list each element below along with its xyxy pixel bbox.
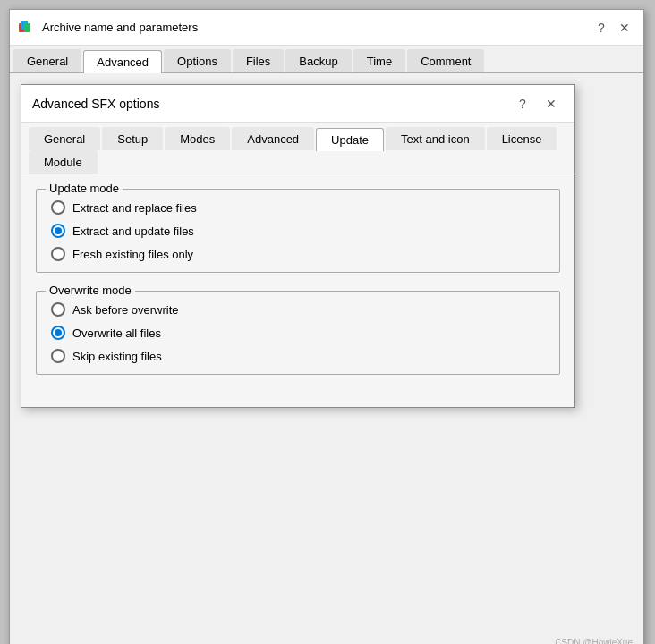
radio-circle-fresh-existing: [51, 247, 65, 261]
radio-ask-overwrite[interactable]: Ask before overwrite: [51, 302, 545, 317]
inner-tab-modes[interactable]: Modes: [165, 127, 230, 150]
update-mode-group: Update mode Extract and replace files Ex…: [36, 189, 560, 273]
outer-window: Archive name and parameters ? ✕ General …: [9, 9, 644, 644]
inner-tab-setup[interactable]: Setup: [102, 127, 163, 150]
inner-close-button[interactable]: ✕: [539, 91, 564, 116]
outer-tab-advanced[interactable]: Advanced: [83, 50, 162, 73]
radio-label-overwrite-all: Overwrite all files: [72, 326, 161, 340]
radio-circle-overwrite-all: [51, 326, 65, 340]
outer-tab-time[interactable]: Time: [353, 49, 405, 72]
radio-circle-extract-replace: [51, 200, 65, 215]
inner-tab-module[interactable]: Module: [29, 150, 98, 174]
outer-content: Advanced SFX options ? ✕ General Setup M…: [10, 73, 643, 644]
outer-titlebar: Archive name and parameters ? ✕: [10, 10, 643, 46]
radio-label-skip-existing: Skip existing files: [72, 350, 162, 363]
outer-tab-bar: General Advanced Options Files Backup Ti…: [10, 46, 643, 73]
svg-rect-2: [24, 23, 30, 32]
radio-circle-ask-overwrite: [51, 302, 65, 317]
radio-circle-extract-update: [51, 224, 65, 238]
outer-tab-general[interactable]: General: [13, 49, 81, 72]
update-mode-legend: Update mode: [46, 182, 123, 195]
inner-tab-advanced[interactable]: Advanced: [232, 127, 314, 150]
radio-extract-update[interactable]: Extract and update files: [51, 224, 545, 238]
radio-skip-existing[interactable]: Skip existing files: [51, 349, 545, 363]
radio-fresh-existing[interactable]: Fresh existing files only: [51, 247, 545, 261]
outer-tab-backup[interactable]: Backup: [285, 49, 351, 72]
inner-content: Update mode Extract and replace files Ex…: [21, 174, 574, 407]
overwrite-mode-group: Overwrite mode Ask before overwrite Over…: [36, 291, 560, 375]
watermark-text: CSDN @HowieXue: [555, 638, 633, 644]
radio-label-extract-update: Extract and update files: [72, 225, 194, 238]
inner-dialog: Advanced SFX options ? ✕ General Setup M…: [21, 84, 575, 408]
radio-circle-skip-existing: [51, 349, 65, 363]
outer-close-button[interactable]: ✕: [613, 16, 636, 39]
outer-tab-options[interactable]: Options: [164, 49, 231, 72]
app-icon: [17, 19, 35, 37]
inner-tab-general[interactable]: General: [29, 127, 100, 150]
radio-label-extract-replace: Extract and replace files: [72, 201, 197, 215]
radio-extract-replace[interactable]: Extract and replace files: [51, 200, 545, 215]
inner-help-button[interactable]: ?: [510, 91, 535, 116]
outer-tab-comment[interactable]: Comment: [407, 49, 484, 72]
inner-tab-text-and-icon[interactable]: Text and icon: [386, 127, 485, 150]
inner-tab-license[interactable]: License: [487, 127, 557, 150]
inner-tab-update[interactable]: Update: [316, 128, 384, 151]
outer-window-title: Archive name and parameters: [42, 21, 590, 34]
radio-label-fresh-existing: Fresh existing files only: [72, 248, 193, 261]
outer-help-button[interactable]: ?: [590, 16, 613, 39]
outer-tab-files[interactable]: Files: [233, 49, 284, 72]
radio-overwrite-all[interactable]: Overwrite all files: [51, 326, 545, 340]
radio-label-ask-overwrite: Ask before overwrite: [72, 303, 179, 317]
overwrite-mode-legend: Overwrite mode: [46, 284, 135, 297]
inner-titlebar: Advanced SFX options ? ✕: [21, 85, 574, 123]
inner-dialog-title: Advanced SFX options: [32, 97, 506, 111]
inner-tab-bar: General Setup Modes Advanced Update Text…: [21, 123, 574, 174]
